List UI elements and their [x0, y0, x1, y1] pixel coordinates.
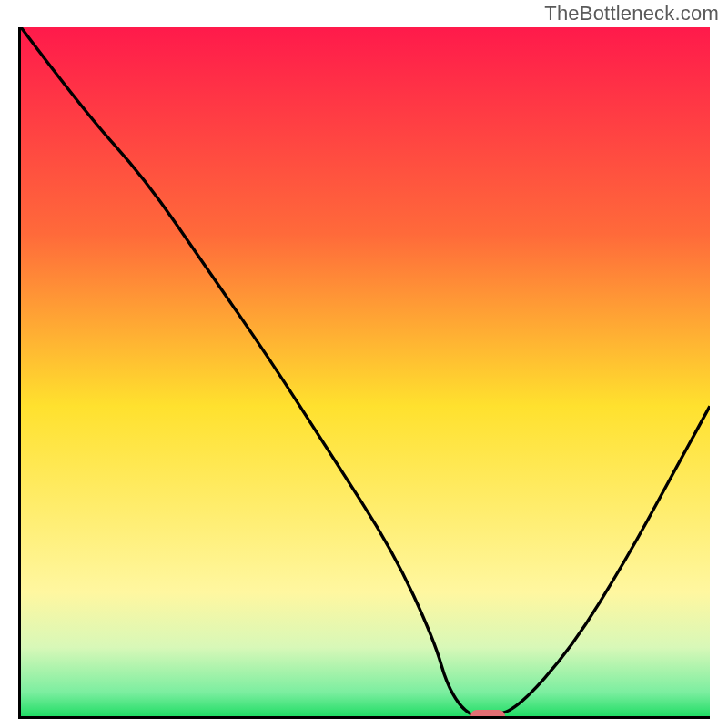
chart-canvas: TheBottleneck.com [0, 0, 728, 728]
plot-area [18, 27, 710, 719]
watermark-text: TheBottleneck.com [544, 2, 719, 25]
curve-path [21, 27, 710, 716]
optimal-marker [470, 710, 505, 719]
bottleneck-curve [21, 27, 710, 716]
